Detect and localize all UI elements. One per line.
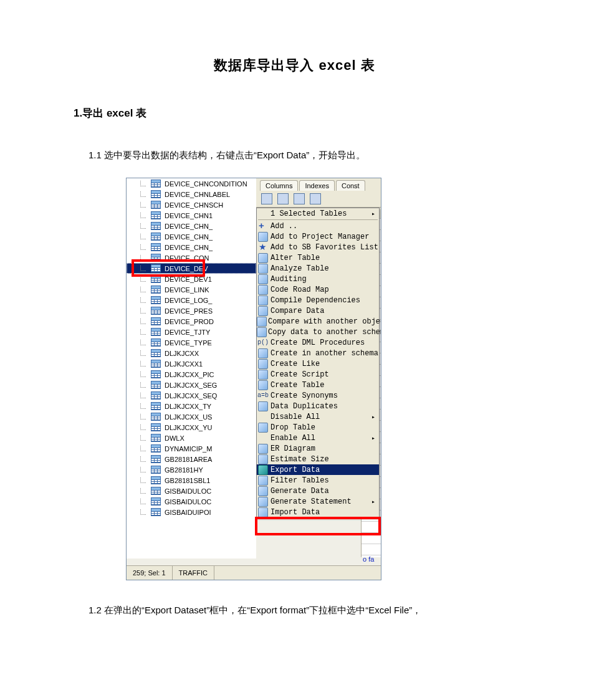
tree-item[interactable]: DEVICE_PRES — [127, 305, 256, 316]
tree-item[interactable]: GB28181AREA — [127, 454, 256, 464]
menu-header-label: 1 Selected Tables — [269, 209, 379, 218]
menu-item-label: Generate Statement — [269, 497, 379, 506]
menu-item[interactable]: ★Add to SB Favorites List — [257, 242, 379, 252]
tree-item[interactable]: DEVICE_LINK — [127, 284, 256, 295]
tree-item[interactable]: DEVICE_CHN_ — [127, 221, 256, 231]
menu-item-label: Add to Project Manager — [269, 233, 379, 241]
menu-item[interactable]: Data Duplicates — [257, 401, 379, 411]
tree-branch-icon — [140, 509, 146, 515]
tree-item[interactable]: DLJKJCXX_YU — [127, 422, 256, 433]
tree-item[interactable]: DYNAMICIP_M — [127, 443, 256, 454]
menu-item[interactable]: Compile Dependencies — [257, 295, 379, 305]
step-1-2: 1.2 在弹出的“Export Dataset”框中，在“Export form… — [74, 603, 515, 618]
tree-item[interactable]: DWLX — [127, 433, 256, 443]
tree-item[interactable]: DEVICE_CHNCONDITION — [127, 178, 256, 189]
tree-item[interactable]: GB28181SBL1 — [127, 475, 256, 486]
menu-item[interactable]: Auditing — [257, 274, 379, 284]
tree-item[interactable]: DEVICE_CON — [127, 252, 256, 263]
menu-item[interactable]: Add to Project Manager — [257, 231, 379, 242]
tree-branch-icon — [140, 488, 146, 494]
tree-item[interactable]: DLJKJCXX_SEQ — [127, 390, 256, 401]
tree-item[interactable]: DEVICE_CHN_ — [127, 231, 256, 242]
tree-item[interactable]: GISBAIDULOC — [127, 496, 256, 507]
menu-item[interactable]: Import Data — [257, 507, 379, 517]
menu-item[interactable]: Create in another schema — [257, 348, 379, 358]
tree-item[interactable]: DEVICE_PROD — [127, 316, 256, 327]
refresh-icon[interactable] — [277, 193, 289, 204]
tree-item[interactable]: DLJKJCXX_TY — [127, 401, 256, 411]
tree-item[interactable]: DEVICE_CHNSCH — [127, 199, 256, 210]
tree-item-label: DEVICE_CHN_ — [165, 233, 213, 241]
menu-item[interactable]: Generate Statement▸ — [257, 496, 379, 507]
menu-item[interactable]: Analyze Table — [257, 263, 379, 274]
tree-item[interactable]: DLJKJCXX_US — [127, 411, 256, 422]
tree-branch-icon — [140, 414, 146, 420]
tree-item-label: DLJKJCXX_PIC — [165, 371, 214, 378]
action-icon[interactable] — [310, 193, 321, 204]
menu-item[interactable]: Code Road Map — [257, 284, 379, 295]
tree-item[interactable]: DLJKJCXX_PIC — [127, 369, 256, 380]
tree-branch-icon — [140, 319, 146, 324]
tree-item-label: DEVICE_PRES — [165, 307, 213, 315]
tree-item[interactable]: DEVICE_LOG_ — [127, 295, 256, 305]
menu-item-label: Analyze Table — [269, 264, 379, 273]
step-term: Export Data — [257, 150, 306, 160]
app-screenshot: DEVICE_CHNCONDITIONDEVICE_CHNLABELDEVICE… — [126, 178, 381, 580]
funnel-icon[interactable] — [261, 193, 272, 204]
tree-item-label: DEVICE_CHN_ — [165, 244, 213, 251]
menu-item[interactable]: Create Table — [257, 380, 379, 390]
step-text: ”， — [409, 605, 421, 615]
tab-const[interactable]: Const — [336, 180, 365, 191]
tree-item[interactable]: DEVICE_CHN_ — [127, 242, 256, 252]
menu-item[interactable]: Alter Table — [257, 252, 379, 263]
tree-item[interactable]: GB28181HY — [127, 464, 256, 475]
tree-branch-icon — [140, 372, 146, 377]
tree-item[interactable]: DEVICE_DEV — [127, 263, 256, 274]
menu-item[interactable]: Compare Data — [257, 305, 379, 316]
menu-item[interactable]: Copy data to another schema — [257, 327, 379, 337]
menu-item[interactable]: Create Script — [257, 369, 379, 380]
tree-item-label: DLJKJCXX1 — [165, 360, 203, 368]
tree-item[interactable]: DEVICE_CHNLABEL — [127, 189, 256, 199]
box-icon — [257, 454, 269, 464]
menu-item[interactable]: Filter Tables — [257, 475, 379, 486]
menu-item[interactable]: Compare with another object — [257, 316, 379, 327]
tree-item[interactable]: DEVICE_TJTY — [127, 327, 256, 337]
tab-indexes[interactable]: Indexes — [299, 180, 335, 191]
tree-item[interactable]: GISBAIDUIPOI — [127, 507, 256, 517]
step-text: ”下拉框中选中“ — [306, 605, 368, 615]
menu-header: 1 Selected Tables▸ — [257, 208, 379, 219]
tree-item[interactable]: DEVICE_DEV1 — [127, 274, 256, 284]
tree-item[interactable]: DLJKJCXX1 — [127, 358, 256, 369]
menu-item[interactable]: Drop Table — [257, 422, 379, 433]
menu-item[interactable]: a=bCreate Synonyms — [257, 390, 379, 401]
tree-branch-icon — [140, 435, 146, 441]
tree-item-label: DEVICE_CHN1 — [165, 212, 213, 219]
menu-item[interactable]: Create Like — [257, 358, 379, 369]
table-icon — [151, 211, 161, 219]
text-icon: a=b — [257, 390, 269, 401]
tree-item[interactable]: DLJKJCXX — [127, 348, 256, 358]
grid-icon[interactable] — [294, 193, 305, 204]
menu-item[interactable]: ER Diagram — [257, 443, 379, 454]
tree-item[interactable]: GISBAIDULOC — [127, 486, 256, 496]
menu-item[interactable]: Export Data — [257, 464, 379, 475]
menu-item[interactable]: p()Create DML Procedures — [257, 337, 379, 348]
tree-item[interactable]: DEVICE_CHN1 — [127, 210, 256, 221]
menu-item[interactable]: +Add .. — [257, 221, 379, 231]
step-text: ”框中，在“ — [206, 605, 250, 615]
box-icon — [257, 231, 269, 242]
box-icon — [257, 305, 269, 316]
tree-branch-icon — [140, 181, 146, 186]
table-icon — [151, 402, 161, 410]
box-icon — [257, 443, 269, 454]
box-icon — [257, 369, 269, 380]
tab-columns[interactable]: Columns — [260, 180, 298, 191]
menu-item[interactable]: Generate Data — [257, 486, 379, 496]
menu-item[interactable]: Enable All▸ — [257, 433, 379, 443]
menu-item[interactable]: Estimate Size — [257, 454, 379, 464]
none-icon — [257, 411, 269, 422]
tree-item[interactable]: DEVICE_TYPE — [127, 337, 256, 348]
menu-item[interactable]: Disable All▸ — [257, 411, 379, 422]
tree-item[interactable]: DLJKJCXX_SEG — [127, 380, 256, 390]
